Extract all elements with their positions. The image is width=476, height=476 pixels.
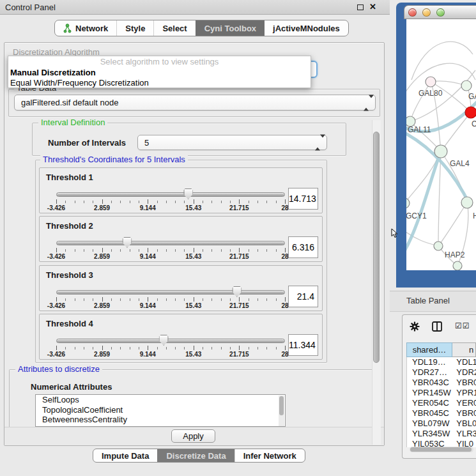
tick-label: -3.426 xyxy=(47,204,65,211)
slider-track[interactable] xyxy=(56,241,285,245)
network-canvas[interactable]: GAL80 GA C GAL11 GAL4 GCY1 H HAP2 xyxy=(406,19,476,270)
cell[interactable]: YDL1 xyxy=(452,357,476,367)
tab-impute-data[interactable]: Impute Data xyxy=(93,449,157,462)
checkbox-columns-icon[interactable]: ☑☑ xyxy=(455,321,470,330)
slider-thumb[interactable] xyxy=(183,188,193,199)
node-gal80 xyxy=(426,77,436,87)
table-row[interactable]: YBL079WYBL0 xyxy=(407,418,476,429)
algorithm-dropdown-popup: Select algorithm to view settings Manual… xyxy=(8,56,311,88)
slider-thumb[interactable] xyxy=(122,237,132,248)
cell[interactable]: YBL079W xyxy=(407,418,452,429)
tab-jactivemnodules[interactable]: jActiveMNodules xyxy=(265,20,348,36)
algorithm-placeholder-option[interactable]: Select algorithm to view settings xyxy=(8,56,311,68)
table-panel-title: Table Panel xyxy=(406,296,450,305)
cell[interactable]: YER0 xyxy=(452,398,476,408)
tick-label: 28 xyxy=(281,351,288,358)
tab-select-label: Select xyxy=(162,24,187,33)
tab-style[interactable]: Style xyxy=(116,20,153,36)
cell[interactable]: YLR3 xyxy=(452,429,476,439)
slider-track[interactable] xyxy=(56,339,285,343)
slider-track[interactable] xyxy=(56,192,285,197)
table-row[interactable]: YDR27…YDR2 xyxy=(407,367,476,378)
gear-icon[interactable] xyxy=(410,321,420,332)
minimize-traffic-light-icon[interactable] xyxy=(422,8,431,17)
float-window-icon[interactable] xyxy=(357,4,364,10)
close-icon[interactable]: ✕ xyxy=(369,2,376,12)
node-label: GA xyxy=(468,92,476,101)
cell[interactable]: YBR0 xyxy=(452,378,476,388)
cell[interactable]: YDR2 xyxy=(452,367,476,378)
tick-label: -3.426 xyxy=(47,302,65,309)
node-gal4 xyxy=(434,145,447,158)
threshold-3-label: Threshold 3 xyxy=(46,270,93,280)
node-label: GCY1 xyxy=(406,211,427,220)
network-window-titlebar[interactable] xyxy=(404,5,476,19)
threshold-3-slider[interactable] xyxy=(56,289,285,296)
list-scrollbar[interactable] xyxy=(279,395,284,426)
tab-infer-network[interactable]: Infer Network xyxy=(234,449,305,462)
tick-label: 15.43 xyxy=(185,253,201,260)
list-item[interactable]: TopologicalCoefficient xyxy=(36,405,285,415)
cell[interactable]: YBR0 xyxy=(452,408,476,418)
maximize-traffic-light-icon[interactable] xyxy=(436,8,445,17)
control-panel-titlebar xyxy=(0,0,390,15)
cell[interactable]: YBR045C xyxy=(407,408,452,418)
table-row[interactable]: YBR045CYBR0 xyxy=(407,408,476,418)
list-item[interactable]: BetweennessCentrality xyxy=(36,415,285,425)
cell[interactable]: YBR043C xyxy=(407,378,452,388)
cell[interactable]: YPR1 xyxy=(452,388,476,398)
cell[interactable]: YDL19… xyxy=(407,357,452,367)
cell[interactable]: YLR345W xyxy=(407,429,452,439)
slider-thumb[interactable] xyxy=(232,286,242,297)
cell[interactable]: YBL0 xyxy=(452,418,476,429)
table-row[interactable]: YER054CYER0 xyxy=(407,398,476,408)
threshold-4-slider[interactable] xyxy=(56,337,285,345)
slider-tick-labels: -3.426 2.859 9.144 15.43 21.715 28 xyxy=(56,253,285,261)
tab-discretize-data[interactable]: Discretize Data xyxy=(157,449,234,462)
node-right-lower xyxy=(461,197,473,208)
number-of-intervals-combobox[interactable]: 5 xyxy=(137,135,327,150)
numerical-attributes-list[interactable]: SelfLoops TopologicalCoefficient Between… xyxy=(35,394,286,427)
threshold-1-slider[interactable] xyxy=(56,191,285,199)
close-traffic-light-icon[interactable] xyxy=(408,8,417,17)
table-row[interactable]: YLR345WYLR3 xyxy=(407,429,476,439)
slider-thumb[interactable] xyxy=(159,335,169,346)
table-row[interactable]: YBR043CYBR0 xyxy=(407,378,476,388)
slider-major-ticks xyxy=(56,297,286,302)
algorithm-option-manual[interactable]: Manual Discretization xyxy=(8,68,311,78)
algorithm-option-equal-width[interactable]: Equal Width/Frequency Discretization xyxy=(8,78,311,88)
threshold-2-panel: Threshold 2 -3.426 2.859 9.144 15.43 21.… xyxy=(39,216,323,262)
tick-label: 15.43 xyxy=(185,351,201,358)
tick-label: 21.715 xyxy=(229,253,249,260)
cell[interactable]: YPR145W xyxy=(407,388,452,398)
threshold-2-slider[interactable] xyxy=(56,240,285,247)
list-item[interactable]: SelfLoops xyxy=(36,395,285,405)
table-data-combobox[interactable]: galFiltered.sif default node xyxy=(14,95,376,111)
table-row[interactable]: YPR145WYPR1 xyxy=(407,388,476,398)
table-row[interactable]: YDL19…YDL1 xyxy=(407,357,476,367)
tab-network-label: Network xyxy=(75,24,108,33)
slider-track[interactable] xyxy=(56,290,285,295)
apply-button[interactable]: Apply xyxy=(171,429,215,443)
split-columns-icon[interactable] xyxy=(432,321,442,332)
slider-major-ticks xyxy=(56,346,286,350)
tab-network[interactable]: Network xyxy=(55,20,116,36)
threshold-3-value-input[interactable]: 21.4 xyxy=(288,286,318,307)
bottom-tabbar: Impute Data Discretize Data Infer Networ… xyxy=(93,449,305,463)
threshold-4-value-input[interactable]: 11.344 xyxy=(288,334,318,356)
column-header-shared-name[interactable]: shared… xyxy=(406,342,452,357)
column-header-name[interactable]: n xyxy=(452,342,476,357)
tick-label: 2.859 xyxy=(94,302,110,309)
threshold-1-value-input[interactable]: 14.713 xyxy=(288,188,318,210)
threshold-2-value-input[interactable]: 6.316 xyxy=(288,236,318,258)
application-window: Control Panel ✕ Network Style Select Cyn… xyxy=(0,0,476,476)
tab-cyni-toolbox[interactable]: Cyni Toolbox xyxy=(196,20,265,36)
node-table: shared… n YDL19…YDL1 YDR27…YDR2 YBR043CY… xyxy=(406,342,476,357)
panel-scrollbar-thumb[interactable] xyxy=(373,132,380,363)
combo-stepper-icon xyxy=(315,138,321,148)
table-horizontal-scrollbar[interactable] xyxy=(410,447,473,452)
tab-select[interactable]: Select xyxy=(153,20,195,36)
cell[interactable]: YER054C xyxy=(407,398,452,408)
tick-label: 21.715 xyxy=(229,351,249,358)
cell[interactable]: YDR27… xyxy=(407,367,452,378)
